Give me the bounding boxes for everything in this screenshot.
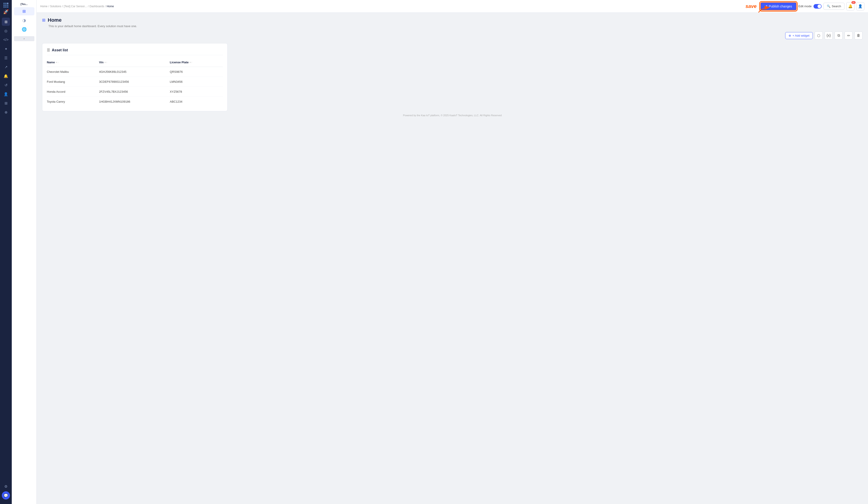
cell-name: Honda Accord — [47, 87, 99, 97]
sidebar-item-analytics[interactable]: ↗ — [2, 63, 10, 71]
page-title-row: ⊞ Home — [42, 17, 862, 23]
widget-header: ☰ Asset list — [47, 48, 223, 55]
breadcrumb-current: Home — [107, 5, 114, 8]
sidebar-item-integrations[interactable]: ↺ — [2, 81, 10, 89]
add-widget-button[interactable]: ⊕ + Add widget — [785, 32, 813, 39]
sidebar-second: [Tes... ⊞ ◑ 🌐 › — [12, 0, 37, 504]
notification-button[interactable]: 🔔 21 — [846, 2, 855, 10]
search-icon: 🔍 — [827, 4, 830, 8]
cell-vin: 3CDEF67890G123456 — [99, 77, 170, 87]
sort-icon-vin[interactable]: ≡ ↑ — [104, 61, 107, 64]
user-button[interactable]: 👤 — [856, 2, 864, 10]
cell-license: ABC1234 — [170, 97, 223, 107]
cell-license: QRS9876 — [170, 67, 223, 77]
sidebar-left: 🚀 ⊞ ◎ </> ✦ ☰ ↗ 🔔 ↺ 👤 ⊞ ⊕ ⚙ 💬 — [0, 0, 12, 504]
table-row: Ford Mustang 3CDEF67890G123456 LMN3456 — [47, 77, 223, 87]
breadcrumb-test-car[interactable]: [Test] Car Sensor... — [64, 5, 87, 8]
topbar-actions: save ↺ Publish changes Edit mode — [746, 2, 864, 10]
cell-vin: 2FZV45L7BXJ123456 — [99, 87, 170, 97]
annotation-area: save — [746, 3, 758, 9]
page-title: Home — [48, 17, 62, 23]
edit-button[interactable]: ✏ — [845, 31, 852, 40]
sidebar-item-add[interactable]: ⊕ — [2, 108, 10, 116]
sort-icon-license[interactable]: ≡ ↑ — [189, 61, 192, 64]
publish-button[interactable]: ↺ Publish changes — [760, 2, 797, 10]
sidebar-item-code[interactable]: </> — [2, 36, 10, 44]
topbar: Home / Solutions / [Test] Car Sensor... … — [37, 0, 868, 13]
cell-vin: 1HGBH41JXMN109186 — [99, 97, 170, 107]
page-title-icon: ⊞ — [42, 18, 45, 23]
breadcrumb-sep-4: / — [105, 5, 106, 8]
save-annotation: save — [746, 3, 757, 9]
share-button[interactable]: ⬡ — [815, 31, 823, 40]
page-toolbar: ⊕ + Add widget ⬡ {x} ⧉ ✏ 🗑 — [42, 31, 862, 40]
search-button-label: Search — [832, 4, 841, 8]
add-widget-label: + Add widget — [793, 34, 809, 37]
variable-button[interactable]: {x} — [825, 31, 833, 40]
widget-title: Asset list — [52, 48, 68, 52]
widget-card: ☰ Asset list Name ≡ ↑ Vin — [42, 43, 228, 111]
cell-name: Ford Mustang — [47, 77, 99, 87]
table-row: Toyota Camry 1HGBH41JXMN109186 ABC1234 — [47, 97, 223, 107]
sort-icon-name[interactable]: ≡ ↑ — [56, 61, 58, 64]
edit-mode-area: Edit mode — [798, 4, 822, 9]
col-header-license: License Plate ≡ ↑ — [170, 59, 223, 67]
col-header-name: Name ≡ ↑ — [47, 59, 99, 67]
sidebar-item-plugins[interactable]: ✦ — [2, 45, 10, 53]
sidebar-second-theme[interactable]: ◑ — [14, 16, 34, 24]
page-header: ⊞ Home This is your default home dashboa… — [42, 17, 862, 28]
notification-badge: 21 — [851, 1, 856, 4]
breadcrumb-sep-1: / — [49, 5, 49, 8]
sidebar-item-dashboard[interactable]: ⊞ — [2, 18, 10, 26]
breadcrumb-solutions[interactable]: Solutions — [50, 5, 61, 8]
footer-text: Powered by the Kaa IoT platform, © 2025 … — [403, 114, 502, 117]
add-widget-icon: ⊕ — [788, 34, 791, 37]
edit-mode-toggle[interactable] — [814, 4, 822, 9]
table-row: Honda Accord 2FZV45L7BXJ123456 XYZ5678 — [47, 87, 223, 97]
cell-vin: 4GHJ56K89L012345 — [99, 67, 170, 77]
sidebar-second-globe[interactable]: 🌐 — [14, 25, 34, 33]
sidebar-item-settings[interactable]: ⚙ — [2, 482, 10, 491]
expand-button[interactable]: › — [14, 36, 34, 41]
logo-area: 🚀 — [3, 3, 9, 14]
app-title: [Tes... — [12, 2, 37, 6]
footer: Powered by the Kaa IoT platform, © 2025 … — [42, 111, 862, 119]
breadcrumb-sep-3: / — [88, 5, 89, 8]
cell-license: XYZ5678 — [170, 87, 223, 97]
widget-header-icon: ☰ — [47, 48, 50, 52]
breadcrumb: Home / Solutions / [Test] Car Sensor... … — [40, 5, 743, 8]
search-button[interactable]: 🔍 Search — [824, 3, 845, 10]
publish-button-label: Publish changes — [769, 4, 792, 8]
sidebar-item-users[interactable]: 👤 — [2, 90, 10, 98]
asset-table: Name ≡ ↑ Vin ≡ ↑ License — [47, 59, 223, 106]
sidebar-item-notifications[interactable]: 🔔 — [2, 72, 10, 80]
cell-license: LMN3456 — [170, 77, 223, 87]
edit-mode-label: Edit mode — [798, 4, 812, 8]
main-wrapper: Home / Solutions / [Test] Car Sensor... … — [37, 0, 868, 504]
table-row: Chevrolet Malibu 4GHJ56K89L012345 QRS987… — [47, 67, 223, 77]
cell-name: Chevrolet Malibu — [47, 67, 99, 77]
page-content: ⊞ Home This is your default home dashboa… — [37, 13, 868, 504]
copy-button[interactable]: ⧉ — [835, 31, 843, 40]
sidebar-second-dashboard[interactable]: ⊞ — [14, 7, 34, 15]
logo-rocket: 🚀 — [3, 9, 9, 14]
sidebar-item-signals[interactable]: ◎ — [2, 27, 10, 35]
sidebar-item-chat[interactable]: 💬 — [2, 491, 10, 500]
breadcrumb-home[interactable]: Home — [40, 5, 48, 8]
breadcrumb-sep-2: / — [62, 5, 63, 8]
cell-name: Toyota Camry — [47, 97, 99, 107]
refresh-icon: ↺ — [765, 4, 767, 8]
sidebar-item-data[interactable]: ☰ — [2, 54, 10, 62]
breadcrumb-dashboards[interactable]: Dashboards — [89, 5, 104, 8]
logo-dots — [3, 3, 8, 8]
sidebar-item-table[interactable]: ⊞ — [2, 99, 10, 107]
col-header-vin: Vin ≡ ↑ — [99, 59, 170, 67]
sidebar-bottom: ⚙ 💬 — [2, 482, 10, 501]
page-description: This is your default home dashboard. Eve… — [49, 24, 862, 28]
delete-button[interactable]: 🗑 — [855, 31, 862, 40]
